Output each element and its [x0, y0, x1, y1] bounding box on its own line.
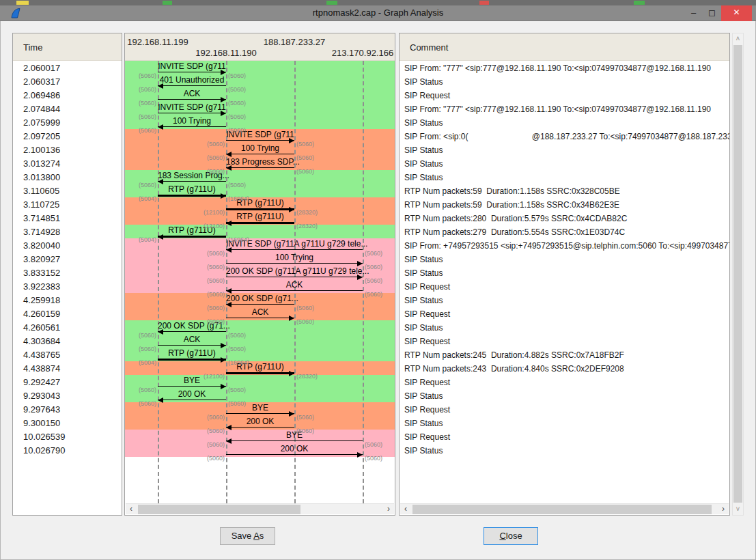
comment-item[interactable]: SIP Request [400, 307, 729, 321]
time-item[interactable]: 2.100136 [13, 143, 122, 157]
comment-item[interactable]: SIP From: +74957293515 <sip:+74957293515… [400, 239, 729, 253]
scroll-right-icon[interactable]: › [718, 504, 729, 515]
comment-item[interactable]: SIP Request [400, 430, 729, 444]
graph-scroll-thumb[interactable] [138, 505, 300, 514]
comment-item[interactable]: SIP Request [400, 335, 729, 348]
time-item[interactable]: 4.259918 [13, 294, 122, 307]
message-arrow[interactable] [226, 277, 363, 277]
comment-item[interactable]: SIP Status [400, 253, 729, 266]
message-arrow[interactable] [158, 236, 226, 238]
message-arrow[interactable] [158, 126, 226, 127]
time-item[interactable]: 4.260159 [13, 307, 122, 321]
message-arrow[interactable] [226, 167, 294, 168]
message-arrow[interactable] [158, 400, 226, 400]
message-arrow[interactable] [158, 85, 226, 86]
comment-item[interactable]: SIP Status [400, 294, 729, 307]
message-arrow[interactable] [226, 263, 363, 264]
message-arrow[interactable] [158, 331, 226, 332]
comment-item[interactable]: SIP Status [400, 417, 729, 430]
save-as-button[interactable]: Save As [220, 527, 275, 545]
message-arrow[interactable] [226, 440, 363, 441]
time-item[interactable]: 3.110725 [13, 198, 122, 212]
time-item[interactable]: 4.260561 [13, 321, 122, 335]
close-window-button[interactable]: ✕ [721, 5, 752, 21]
message-arrow[interactable] [226, 454, 363, 455]
time-item[interactable]: 3.833152 [13, 266, 122, 280]
scroll-down-icon[interactable]: ˅ [733, 504, 743, 515]
comment-item[interactable]: SIP Request [400, 89, 729, 102]
message-arrow[interactable] [158, 99, 226, 100]
comment-item[interactable]: SIP Status [400, 116, 729, 130]
message-arrow[interactable] [226, 290, 363, 291]
time-item[interactable]: 3.820927 [13, 253, 122, 266]
time-item[interactable]: 10.026790 [13, 444, 122, 458]
comment-scroll-thumb[interactable] [412, 505, 712, 514]
comment-item[interactable]: SIP Status [400, 444, 729, 458]
comment-item[interactable]: SIP Status [400, 143, 729, 157]
comment-item[interactable]: RTP Num packets:59 Duration:1.158s SSRC:… [400, 198, 729, 212]
comment-item[interactable]: SIP Request [400, 280, 729, 294]
message-arrow[interactable] [158, 386, 226, 387]
time-item[interactable]: 3.922383 [13, 280, 122, 294]
maximize-button[interactable]: ◻ [703, 5, 721, 21]
message-arrow[interactable] [226, 372, 294, 374]
comment-item[interactable]: SIP Status [400, 171, 729, 184]
message-arrow[interactable] [226, 222, 294, 224]
comment-item[interactable]: RTP Num packets:245 Duration:4.882s SSRC… [400, 348, 729, 362]
comment-item[interactable]: RTP Num packets:59 Duration:1.158s SSRC:… [400, 184, 729, 198]
message-arrow[interactable] [158, 359, 226, 361]
time-item[interactable]: 9.297643 [13, 403, 122, 417]
time-item[interactable]: 2.060317 [13, 75, 122, 89]
comment-item[interactable]: SIP Status [400, 389, 729, 403]
comment-item[interactable]: SIP Request [400, 376, 729, 389]
scroll-right-icon[interactable]: › [383, 504, 394, 515]
message-arrow[interactable] [226, 154, 294, 154]
comment-horizontal-scrollbar[interactable]: ‹ › [400, 503, 729, 514]
minimize-button[interactable]: – [684, 5, 703, 21]
time-item[interactable]: 3.820040 [13, 239, 122, 253]
message-arrow[interactable] [226, 413, 294, 414]
comment-item[interactable]: RTP Num packets:279 Duration:5.554s SSRC… [400, 225, 729, 239]
time-item[interactable]: 9.293043 [13, 389, 122, 403]
message-arrow[interactable] [226, 318, 294, 318]
graph-horizontal-scrollbar[interactable]: ‹ › [126, 503, 394, 514]
time-item[interactable]: 9.300150 [13, 417, 122, 430]
time-item[interactable]: 2.060017 [13, 61, 122, 75]
message-arrow[interactable] [158, 195, 226, 197]
time-item[interactable]: 3.013274 [13, 157, 122, 171]
message-arrow[interactable] [158, 113, 226, 113]
message-arrow[interactable] [226, 249, 363, 250]
time-item[interactable]: 4.438874 [13, 362, 122, 376]
vertical-scrollbar[interactable]: ˄ ˅ [732, 33, 744, 516]
time-item[interactable]: 9.292427 [13, 376, 122, 389]
message-arrow[interactable] [226, 304, 294, 305]
time-item[interactable]: 4.303684 [13, 335, 122, 348]
time-item[interactable]: 2.069486 [13, 89, 122, 102]
message-arrow[interactable] [226, 427, 294, 428]
message-arrow[interactable] [158, 345, 226, 346]
message-arrow[interactable] [226, 140, 294, 141]
time-item[interactable]: 2.074844 [13, 102, 122, 116]
comment-item[interactable]: RTP Num packets:243 Duration:4.840s SSRC… [400, 362, 729, 376]
time-item[interactable]: 3.714928 [13, 225, 122, 239]
time-item[interactable]: 2.075999 [13, 116, 122, 130]
comment-item[interactable]: SIP Status [400, 266, 729, 280]
time-item[interactable]: 3.110605 [13, 184, 122, 198]
comment-item[interactable]: SIP From: <sip:0( @188.187.233.27 To:<si… [400, 130, 729, 143]
time-item[interactable]: 3.013800 [13, 171, 122, 184]
comment-item[interactable]: RTP Num packets:280 Duration:5.579s SSRC… [400, 212, 729, 225]
comment-item[interactable]: SIP From: "777" <sip:777@192.168.11.190 … [400, 61, 729, 75]
scroll-left-icon[interactable]: ‹ [126, 504, 137, 515]
comment-item[interactable]: SIP Status [400, 157, 729, 171]
scroll-up-icon[interactable]: ˄ [733, 33, 743, 44]
comment-item[interactable]: SIP From: "777" <sip:777@192.168.11.190 … [400, 102, 729, 116]
time-item[interactable]: 4.438765 [13, 348, 122, 362]
time-item[interactable]: 2.097205 [13, 130, 122, 143]
message-arrow[interactable] [158, 181, 226, 182]
comment-item[interactable]: SIP Status [400, 75, 729, 89]
close-button[interactable]: Close [484, 527, 538, 545]
time-item[interactable]: 10.026539 [13, 430, 122, 444]
message-arrow[interactable] [226, 208, 294, 210]
vertical-scroll-thumb[interactable] [733, 45, 742, 503]
message-arrow[interactable] [158, 72, 226, 72]
